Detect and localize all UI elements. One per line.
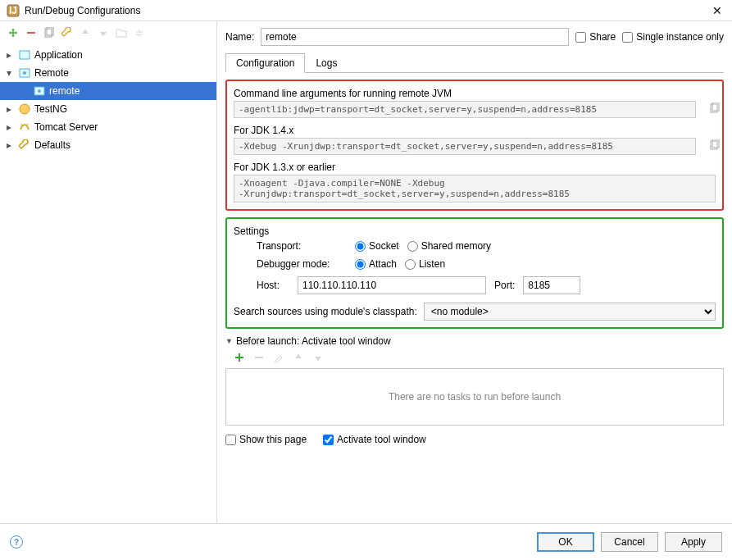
host-label: Host: <box>257 280 289 291</box>
apply-button[interactable]: Apply <box>665 532 722 552</box>
right-panel: Name: Share Single instance only Configu… <box>217 21 732 523</box>
before-launch-header[interactable]: ▼ Before launch: Activate tool window <box>225 335 724 347</box>
settings-heading: Settings <box>234 225 716 237</box>
before-launch-section: ▼ Before launch: Activate tool window Th… <box>225 335 724 445</box>
config-tree[interactable]: ▸ Application ▾ Remote remote ▸ TestNG ▸ <box>0 44 216 523</box>
sources-select[interactable]: <no module> <box>424 303 716 321</box>
tree-item-remote-child[interactable]: remote <box>0 82 216 100</box>
cmdline-heading: Command line arguments for running remot… <box>234 88 716 99</box>
show-this-page-checkbox[interactable]: Show this page <box>225 434 307 445</box>
tree-label: Remote <box>34 67 69 79</box>
command-line-box: Command line arguments for running remot… <box>225 80 724 211</box>
tree-item-defaults[interactable]: ▸ Defaults <box>0 136 216 154</box>
cmdline-jdk14[interactable] <box>234 138 696 155</box>
tab-configuration[interactable]: Configuration <box>225 53 305 73</box>
svg-rect-4 <box>20 51 30 59</box>
port-input[interactable] <box>523 276 580 294</box>
add-icon[interactable] <box>7 26 20 39</box>
activate-tool-window-checkbox[interactable]: Activate tool window <box>323 434 426 445</box>
chevron-down-icon: ▼ <box>225 337 233 345</box>
tree-toolbar <box>0 21 216 44</box>
close-icon[interactable]: ✕ <box>709 4 725 17</box>
window-title: Run/Debug Configurations <box>25 5 709 16</box>
chevron-right-icon: ▸ <box>3 121 15 133</box>
settings-box: Settings Transport: Socket Shared memory… <box>225 217 724 329</box>
tree-label: Tomcat Server <box>34 121 98 133</box>
edit-icon <box>273 352 284 363</box>
svg-point-9 <box>20 104 30 114</box>
remove-icon <box>253 352 265 363</box>
chevron-down-icon: ▾ <box>3 67 15 79</box>
copy-icon[interactable] <box>709 139 724 154</box>
transport-socket-radio[interactable]: Socket <box>355 240 399 252</box>
port-label: Port: <box>494 280 515 291</box>
cancel-button[interactable]: Cancel <box>601 532 658 552</box>
before-launch-list[interactable]: There are no tasks to run before launch <box>225 368 724 426</box>
host-input[interactable] <box>298 276 486 294</box>
collapse-icon <box>133 26 146 39</box>
chevron-right-icon: ▸ <box>3 139 15 151</box>
chevron-right-icon: ▸ <box>3 103 15 115</box>
tree-label: Application <box>34 49 83 61</box>
tree-item-tomcat[interactable]: ▸ Tomcat Server <box>0 118 216 136</box>
mode-label: Debugger mode: <box>257 258 347 270</box>
move-down-icon <box>312 352 324 363</box>
title-bar: IJ Run/Debug Configurations ✕ <box>0 0 732 21</box>
name-input[interactable] <box>261 28 569 46</box>
application-icon <box>18 48 31 61</box>
app-icon: IJ <box>7 4 20 17</box>
tree-label: TestNG <box>34 103 67 115</box>
move-up-icon <box>79 26 92 39</box>
transport-label: Transport: <box>257 240 347 252</box>
jdk14-label: For JDK 1.4.x <box>234 125 716 136</box>
add-icon[interactable] <box>234 352 245 363</box>
single-instance-checkbox[interactable]: Single instance only <box>622 31 724 43</box>
svg-point-8 <box>38 89 41 93</box>
testng-icon <box>18 102 31 116</box>
settings-wrench-icon[interactable] <box>61 26 74 39</box>
remove-icon[interactable] <box>25 26 38 39</box>
move-up-icon <box>293 352 304 363</box>
tree-item-remote[interactable]: ▾ Remote <box>0 64 216 82</box>
chevron-right-icon: ▸ <box>3 49 15 61</box>
folder-icon <box>115 26 128 39</box>
name-label: Name: <box>225 31 254 43</box>
cmdline-main[interactable] <box>234 101 696 118</box>
svg-point-6 <box>23 71 26 75</box>
tree-label: remote <box>49 85 80 97</box>
copy-icon[interactable] <box>709 102 724 117</box>
sources-label: Search sources using module's classpath: <box>234 306 417 317</box>
copy-icon[interactable] <box>43 26 56 39</box>
defaults-wrench-icon <box>18 139 31 152</box>
left-panel: ▸ Application ▾ Remote remote ▸ TestNG ▸ <box>0 21 217 523</box>
share-checkbox[interactable]: Share <box>575 31 616 43</box>
tree-item-application[interactable]: ▸ Application <box>0 46 216 64</box>
mode-listen-radio[interactable]: Listen <box>405 258 445 270</box>
svg-text:IJ: IJ <box>9 5 17 16</box>
tomcat-icon <box>18 121 31 134</box>
footer: ? OK Cancel Apply <box>0 523 732 560</box>
transport-shared-radio[interactable]: Shared memory <box>407 240 491 252</box>
mode-attach-radio[interactable]: Attach <box>355 258 397 270</box>
cmdline-jdk13[interactable] <box>234 175 716 203</box>
remote-icon <box>18 66 31 80</box>
tab-bar: Configuration Logs <box>225 52 724 73</box>
ok-button[interactable]: OK <box>537 532 594 552</box>
jdk13-label: For JDK 1.3.x or earlier <box>234 162 716 173</box>
tree-item-testng[interactable]: ▸ TestNG <box>0 100 216 118</box>
help-icon[interactable]: ? <box>10 535 23 549</box>
tree-label: Defaults <box>34 139 70 151</box>
remote-config-icon <box>33 84 46 98</box>
move-down-icon <box>97 26 110 39</box>
tab-logs[interactable]: Logs <box>305 53 348 73</box>
